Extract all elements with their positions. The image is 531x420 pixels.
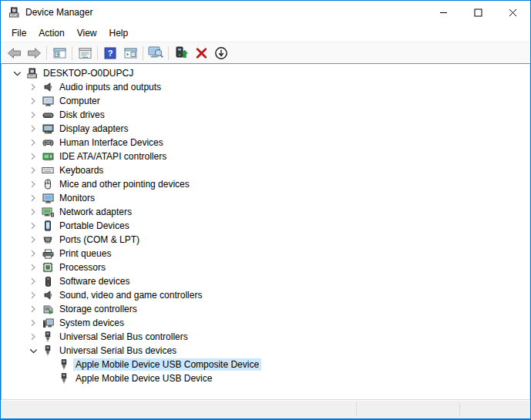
help-button[interactable]: ? (100, 44, 120, 62)
back-button (4, 44, 24, 62)
tree-item[interactable]: Universal Serial Bus controllers (2, 330, 529, 344)
device-tree[interactable]: DESKTOP-O0DUPCJAudio inputs and outputsC… (1, 63, 530, 400)
tree-item[interactable]: Disk drives (2, 108, 529, 122)
usb-icon (41, 331, 55, 343)
uninstall-device-button[interactable] (191, 44, 211, 62)
tree-item[interactable]: Audio inputs and outputs (2, 80, 529, 94)
tree-item[interactable]: Keyboards (2, 163, 529, 177)
chevron-collapsed-icon[interactable] (25, 317, 41, 329)
network-adapter-icon (41, 206, 55, 218)
tree-item-label: Keyboards (57, 164, 106, 176)
keyboard-icon (41, 164, 55, 176)
tree-item[interactable]: Display adapters (2, 122, 529, 136)
tree-item-label: Processors (57, 261, 108, 274)
properties-button[interactable] (75, 44, 95, 62)
update-driver-button[interactable] (171, 44, 191, 62)
window-controls (426, 1, 530, 24)
tree-item[interactable]: Monitors (2, 191, 529, 205)
disable-device-button[interactable] (211, 44, 231, 62)
chevron-collapsed-icon[interactable] (25, 206, 41, 218)
toolbar: ? (1, 42, 530, 63)
device-manager-app-icon (8, 6, 20, 18)
chevron-collapsed-icon[interactable] (25, 303, 41, 315)
chevron-collapsed-icon[interactable] (25, 178, 41, 190)
tree-item-label: Audio inputs and outputs (57, 81, 163, 93)
status-bar (1, 400, 530, 418)
ide-controller-icon (41, 150, 55, 163)
tree-item[interactable]: System devices (2, 316, 529, 330)
chevron-collapsed-icon[interactable] (25, 192, 41, 204)
minimize-icon (439, 8, 448, 17)
chevron-collapsed-icon[interactable] (25, 109, 41, 121)
toolbar-separator (143, 46, 143, 60)
close-button[interactable] (496, 1, 530, 24)
mouse-icon (41, 178, 55, 190)
tree-item[interactable]: Apple Mobile Device USB Composite Device (2, 358, 529, 371)
tree-item[interactable]: Universal Serial Bus devices (2, 344, 529, 358)
tree-item[interactable]: Human Interface Devices (2, 136, 529, 150)
scan-hardware-changes-button[interactable] (146, 44, 166, 62)
tree-item[interactable]: Network adapters (2, 205, 529, 219)
show-console-tree-button[interactable] (49, 44, 69, 62)
chevron-collapsed-icon[interactable] (25, 123, 41, 135)
tree-item[interactable]: Processors (2, 260, 529, 274)
status-bar-pane (356, 403, 459, 416)
software-device-icon (41, 275, 55, 287)
tree-item[interactable]: Ports (COM & LPT) (2, 233, 529, 247)
maximize-button[interactable] (461, 1, 496, 24)
chevron-collapsed-icon[interactable] (25, 150, 41, 163)
tree-item-label: DESKTOP-O0DUPCJ (41, 67, 136, 79)
chevron-collapsed-icon[interactable] (25, 234, 41, 246)
chevron-collapsed-icon[interactable] (25, 136, 41, 149)
system-device-icon (41, 317, 55, 329)
show-action-pane-button[interactable] (120, 44, 140, 62)
chevron-collapsed-icon[interactable] (25, 261, 41, 274)
back-icon (7, 47, 22, 59)
tree-item[interactable]: Apple Mobile Device USB Device (2, 371, 529, 385)
tree-item-label: Print queues (57, 247, 113, 260)
action-pane-icon (124, 47, 137, 59)
menu-item-action[interactable]: Action (32, 25, 70, 41)
tree-item[interactable]: Computer (2, 94, 529, 108)
disable-icon (214, 46, 228, 60)
menu-item-help[interactable]: Help (103, 25, 135, 41)
chevron-collapsed-icon[interactable] (25, 247, 41, 260)
menu-item-view[interactable]: View (71, 25, 103, 41)
menu-item-file[interactable]: File (5, 25, 32, 41)
device-manager-window: Device Manager FileActionViewHelp ? DESK… (0, 0, 531, 420)
tree-item-label: Mice and other pointing devices (57, 178, 192, 190)
console-tree-icon (53, 47, 66, 59)
chevron-expanded-icon[interactable] (25, 344, 41, 357)
maximize-icon (474, 8, 482, 17)
uninstall-icon (195, 47, 208, 59)
tree-item[interactable]: Sound, video and game controllers (2, 288, 529, 302)
tree-item[interactable]: Software devices (2, 274, 529, 288)
tree-item-label: System devices (57, 317, 126, 329)
audio-icon (41, 289, 55, 301)
tree-item-label: Computer (57, 95, 103, 107)
chevron-collapsed-icon[interactable] (25, 81, 41, 93)
chevron-collapsed-icon[interactable] (25, 95, 41, 107)
tree-item[interactable]: Print queues (2, 247, 529, 260)
tree-item[interactable]: Mice and other pointing devices (2, 177, 529, 191)
forward-button (24, 44, 44, 62)
storage-controller-icon (41, 303, 55, 315)
processor-icon (41, 261, 55, 274)
tree-item-label: Display adapters (57, 123, 130, 135)
usb-icon (57, 372, 71, 385)
chevron-collapsed-icon[interactable] (25, 275, 41, 287)
tree-item-label: Ports (COM & LPT) (57, 234, 142, 246)
chevron-collapsed-icon[interactable] (25, 220, 41, 232)
tree-item[interactable]: Storage controllers (2, 302, 529, 316)
chevron-expanded-icon[interactable] (9, 67, 25, 79)
minimize-button[interactable] (426, 1, 461, 24)
chevron-spacer (42, 372, 57, 385)
monitor-icon (41, 192, 55, 204)
chevron-collapsed-icon[interactable] (25, 331, 41, 343)
tree-item-label: Sound, video and game controllers (57, 289, 204, 301)
chevron-collapsed-icon[interactable] (25, 289, 41, 301)
tree-item[interactable]: DESKTOP-O0DUPCJ (2, 66, 529, 80)
chevron-collapsed-icon[interactable] (25, 164, 41, 176)
tree-item[interactable]: Portable Devices (2, 219, 529, 233)
tree-item[interactable]: IDE ATA/ATAPI controllers (2, 150, 529, 163)
